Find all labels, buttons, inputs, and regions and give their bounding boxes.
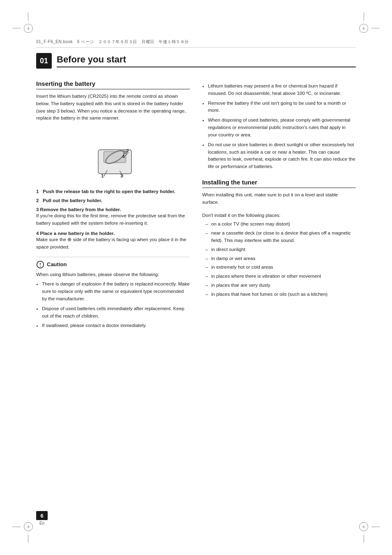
caution-bullets: There is danger of explosion if the batt… bbox=[36, 281, 190, 329]
caution-bullet-6: When disposing of used batteries, please… bbox=[208, 117, 356, 138]
caution-icon bbox=[36, 260, 44, 269]
step4-body: Make sure the ⊕ side of the battery is f… bbox=[36, 237, 186, 249]
caution-bullet-4: Lithium batteries may present a fire or … bbox=[208, 83, 356, 97]
crop-tl-h bbox=[12, 28, 21, 28]
step3-body: If you're doing this for the first time,… bbox=[36, 213, 185, 226]
step4-title: 4 Place a new battery in the holder. bbox=[36, 231, 115, 236]
caution-header: Caution bbox=[36, 260, 190, 269]
reg-mark-br bbox=[359, 522, 368, 531]
install-place-5: in extremely hot or cold areas bbox=[205, 264, 356, 271]
header-file-info: 01_F-F6_EN.book 6 ページ ２００７年９月３日 月曜日 午後１時… bbox=[36, 39, 189, 45]
install-dont: Don't install it on the following places… bbox=[202, 212, 356, 219]
left-column: Inserting the battery Insert the lithium… bbox=[36, 80, 190, 514]
inserting-battery-intro: Insert the lithium battery (CR2025) into… bbox=[36, 93, 190, 122]
step2-text: 2 Pull out the battery holder. bbox=[36, 198, 102, 203]
content-area: Inserting the battery Insert the lithium… bbox=[36, 80, 356, 514]
svg-point-14 bbox=[40, 265, 41, 266]
chapter-number: 01 bbox=[36, 53, 52, 69]
caution-bullet-3: If swallowed, please contact a doctor im… bbox=[42, 322, 190, 329]
caution-bullets-right: Lithium batteries may present a fire or … bbox=[202, 83, 356, 170]
install-intro: When installing this unit, make sure to … bbox=[202, 191, 356, 206]
crop-br-v bbox=[364, 534, 364, 543]
install-places: on a color TV (the screen may distort) n… bbox=[202, 221, 356, 298]
battery-diagram: 1 2 3 4 bbox=[76, 129, 150, 182]
install-place-3: in direct sunlight bbox=[205, 246, 356, 253]
install-place-1: on a color TV (the screen may distort) bbox=[205, 221, 356, 228]
caution-box: Caution When using lithium batteries, pl… bbox=[36, 257, 190, 330]
caution-bullet-2: Dispose of used batteries cells immediat… bbox=[42, 305, 190, 320]
step3-title: 3 Remove the battery from the holder. bbox=[36, 207, 121, 212]
caution-intro: When using lithium batteries, please obs… bbox=[36, 271, 190, 279]
page-language: En bbox=[39, 521, 44, 525]
install-place-4: in damp or wet areas bbox=[205, 255, 356, 263]
caution-bullet-7: Do not use or store batteries in direct … bbox=[208, 141, 356, 170]
reg-mark-bl bbox=[24, 522, 33, 531]
install-place-6: in places where there is vibration or ot… bbox=[205, 273, 356, 280]
reg-mark-tl bbox=[24, 24, 33, 33]
page-footer: 6 En bbox=[36, 511, 48, 525]
right-column: Lithium batteries may present a fire or … bbox=[202, 80, 356, 514]
caution-title: Caution bbox=[47, 261, 67, 267]
install-place-8: in places that have hot fumes or oils (s… bbox=[205, 291, 356, 298]
crop-bl-v bbox=[28, 534, 28, 543]
step2: 2 Pull out the battery holder. bbox=[36, 198, 190, 203]
crop-tr-v bbox=[364, 12, 364, 21]
step1-text: 1 Push the release tab to the right to o… bbox=[36, 189, 175, 194]
crop-tr-h bbox=[371, 28, 380, 28]
install-section: Installing the tuner When installing thi… bbox=[202, 179, 356, 298]
reg-mark-tr bbox=[359, 24, 368, 33]
page-number: 6 bbox=[36, 511, 48, 520]
chapter-title: Before you start bbox=[57, 54, 356, 67]
install-place-7: in places thar are very dusty bbox=[205, 282, 356, 289]
caution-bullet-1: There is danger of explosion if the batt… bbox=[42, 281, 190, 302]
crop-bl-h bbox=[12, 527, 21, 527]
crop-br-h bbox=[371, 527, 380, 527]
svg-text:1: 1 bbox=[101, 173, 104, 178]
step3: 3 Remove the battery from the holder. If… bbox=[36, 207, 190, 227]
svg-text:2: 2 bbox=[126, 148, 129, 153]
step1: 1 Push the release tab to the right to o… bbox=[36, 189, 190, 194]
install-tuner-title: Installing the tuner bbox=[202, 179, 356, 188]
crop-tl-v bbox=[28, 12, 28, 21]
install-place-2: near a cassette deck (or close to a devi… bbox=[205, 230, 356, 244]
caution-bullet-5: Remove the battery if the unit isn't goi… bbox=[208, 100, 356, 115]
svg-rect-13 bbox=[40, 263, 41, 265]
svg-text:4: 4 bbox=[122, 154, 125, 159]
inserting-battery-title: Inserting the battery bbox=[36, 80, 190, 90]
header-bar: 01_F-F6_EN.book 6 ページ ２００７年９月３日 月曜日 午後１時… bbox=[36, 36, 356, 48]
step4: 4 Place a new battery in the holder. Mak… bbox=[36, 230, 190, 251]
chapter-header: 01 Before you start bbox=[36, 53, 356, 69]
